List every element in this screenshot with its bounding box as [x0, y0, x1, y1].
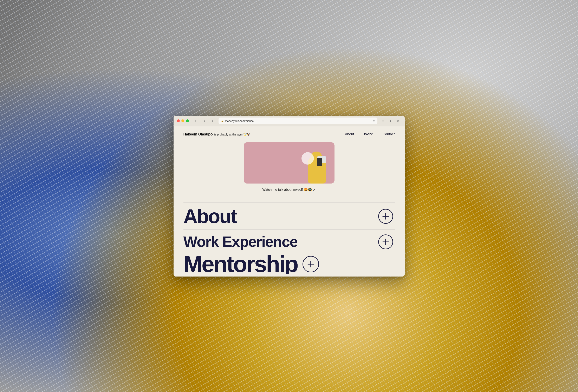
- mentorship-text: Mentorship: [184, 253, 298, 274]
- nav-brand: Hakeem Olasupo is probably at the gym 🏋️…: [184, 132, 250, 136]
- traffic-lights: [177, 119, 189, 122]
- about-expand-icon[interactable]: [378, 209, 393, 224]
- nav-link-work[interactable]: Work: [364, 132, 373, 136]
- refresh-icon: ↻: [373, 119, 375, 122]
- hazmat-phone: [317, 158, 322, 166]
- close-button[interactable]: [177, 119, 180, 122]
- hero-image[interactable]: [244, 142, 335, 183]
- browser-controls: ⊟ ‹ ›: [193, 118, 216, 124]
- brand-status: is probably at the gym 🏋️‍♂️🦅: [214, 133, 250, 136]
- site-navigation: Hakeem Olasupo is probably at the gym 🏋️…: [174, 127, 405, 142]
- sections-area: About Work Experience: [174, 198, 405, 274]
- mentorship-section[interactable]: Mentorship: [184, 253, 395, 274]
- about-section[interactable]: About: [184, 202, 395, 229]
- minimize-button[interactable]: [181, 119, 184, 122]
- tab-overview-button[interactable]: ⧉: [395, 118, 401, 124]
- browser-actions: ⬆ + ⧉: [380, 118, 401, 124]
- forward-button[interactable]: ›: [209, 118, 216, 124]
- hero-caption[interactable]: Watch me talk about myself 🤩🥸 ↗: [262, 188, 316, 192]
- work-experience-section[interactable]: Work Experience: [184, 229, 395, 253]
- sidebar-toggle-button[interactable]: ⊟: [193, 118, 199, 124]
- url-text: madebyduo.com/monso: [225, 119, 254, 123]
- hazmat-balloon: [301, 152, 314, 165]
- address-bar[interactable]: 🔒 madebyduo.com/monso ↻: [219, 118, 378, 124]
- nav-links: About Work Contact: [345, 132, 394, 136]
- work-experience-title: Work Experience: [184, 235, 297, 249]
- work-expand-icon[interactable]: [378, 234, 393, 249]
- hero-section: Watch me talk about myself 🤩🥸 ↗: [174, 142, 405, 198]
- add-tab-button[interactable]: +: [387, 118, 394, 124]
- brand-name: Hakeem Olasupo: [184, 132, 213, 136]
- share-button[interactable]: ⬆: [380, 118, 386, 124]
- browser-chrome: ⊟ ‹ › 🔒 madebyduo.com/monso ↻ ⬆ + ⧉: [174, 116, 405, 127]
- maximize-button[interactable]: [186, 119, 189, 122]
- nav-link-contact[interactable]: Contact: [383, 132, 395, 136]
- lock-icon: 🔒: [221, 120, 224, 122]
- about-title: About: [184, 208, 237, 225]
- mentorship-title-row: Mentorship: [184, 253, 395, 274]
- mentorship-expand-icon[interactable]: [302, 256, 319, 272]
- nav-link-about[interactable]: About: [345, 132, 354, 136]
- browser-window: ⊟ ‹ › 🔒 madebyduo.com/monso ↻ ⬆ + ⧉ Hake…: [174, 116, 405, 276]
- hazmat-figure: [306, 151, 330, 183]
- website-content: Hakeem Olasupo is probably at the gym 🏋️…: [174, 127, 405, 276]
- back-button[interactable]: ‹: [201, 118, 208, 124]
